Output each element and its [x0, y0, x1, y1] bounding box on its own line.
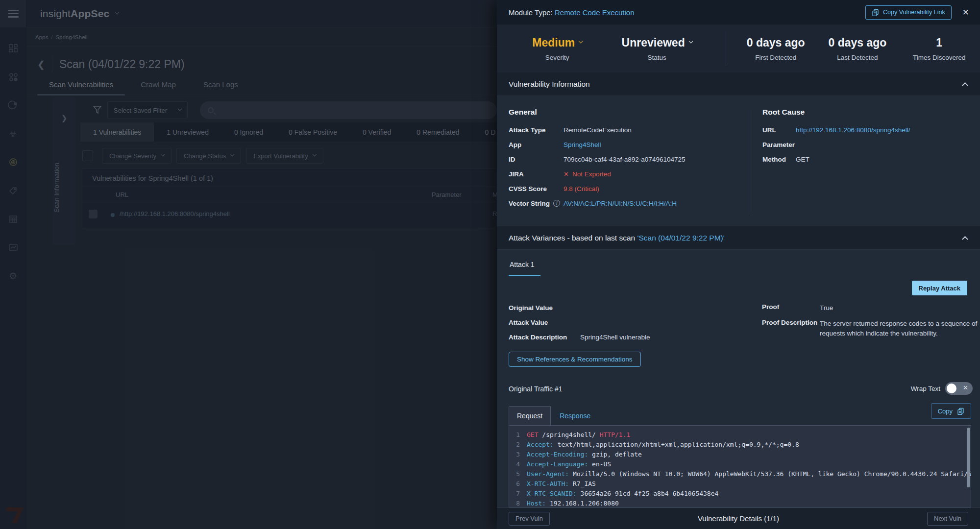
status-label: Status	[648, 54, 666, 61]
section-title: Vulnerability Information	[509, 80, 590, 89]
first-detected-label: First Detected	[755, 54, 796, 61]
line-number: 3	[509, 450, 527, 459]
attack-variances-header: Attack Variances - based on last scan 'S…	[497, 226, 980, 250]
panel-footer: Prev Vuln Vulnerability Details (1/1) Ne…	[497, 507, 980, 529]
replay-attack-button[interactable]: Replay Attack	[912, 281, 968, 295]
screen: ☣ ⚙	[0, 0, 980, 529]
field-method: MethodGET	[762, 152, 968, 167]
line-number: 5	[509, 469, 527, 479]
general-heading: General	[509, 104, 737, 120]
field-label: Parameter	[762, 141, 796, 148]
field-label: URL	[762, 126, 796, 134]
scan-link[interactable]: 'Scan (04/01/22 9:22 PM)'	[637, 234, 725, 242]
times-discovered-value: 1	[936, 36, 942, 49]
field-jira: JIRA✕Not Exported	[509, 167, 737, 181]
copy-icon	[957, 408, 964, 415]
code-line: 8Host: 192.168.1.206:8080	[509, 499, 971, 507]
field-label: Attack Description	[509, 334, 580, 341]
stats-bar: Medium Severity Unreviewed Status 0 days…	[497, 24, 980, 72]
code-line: 6X-RTC-AUTH: R7_IAS	[509, 479, 971, 489]
toggle-off-icon: ✕	[963, 384, 968, 391]
code-scrollbar[interactable]	[967, 428, 970, 487]
field-value: True	[820, 303, 980, 313]
field-value: The server returned response codes to a …	[820, 319, 980, 338]
code-line: 7X-RTC-SCANID: 36654a26-91cd-4f25-a8b4-6…	[509, 489, 971, 499]
collapse-icon[interactable]	[962, 236, 968, 242]
field-value: ✕Not Exported	[564, 170, 611, 178]
attack-variances-body: Attack 1 Replay Attack Original ValueAtt…	[497, 250, 980, 377]
line-number: 8	[509, 499, 527, 507]
field-label: CVSS Score	[509, 185, 564, 192]
field-label: Vector Stringi	[509, 200, 564, 207]
field-label: Proof	[762, 303, 820, 311]
field-label: Original Value	[509, 304, 580, 312]
collapse-icon[interactable]	[962, 82, 968, 89]
copy-button[interactable]: Copy	[931, 403, 971, 419]
module-type-link[interactable]: Remote Code Execution	[555, 8, 635, 17]
line-number: 4	[509, 459, 527, 469]
severity-label: Severity	[545, 54, 569, 61]
field-url: URLhttp://192.168.1.206:8080/spring4shel…	[762, 122, 968, 137]
x-icon: ✕	[564, 170, 569, 178]
http-request-code: 1GET /spring4shell/ HTTP/1.12Accept: tex…	[509, 425, 971, 507]
vulnerability-information-header: Vulnerability Information	[497, 72, 980, 96]
field-proof-description: Proof DescriptionThe server returned res…	[762, 316, 980, 341]
show-references-button[interactable]: Show References & Recommendations	[509, 352, 641, 367]
copy-vulnerability-link-button[interactable]: Copy Vulnerability Link	[865, 5, 952, 20]
field-original-value: Original Value	[509, 300, 737, 315]
chevron-down-icon	[688, 39, 692, 43]
original-traffic-section: Original Traffic #1 Wrap Text ✕ Request …	[497, 377, 980, 507]
close-icon[interactable]: ✕	[959, 6, 972, 19]
chevron-down-icon	[579, 39, 583, 43]
line-number: 1	[509, 430, 527, 440]
field-value[interactable]: AV:N/AC:L/PR:N/UI:N/S:U/C:H/I:H/A:H	[564, 200, 677, 207]
field-parameter: Parameter	[762, 137, 968, 152]
field-value: 709cc04b-caf4-43af-a892-a07496104725	[564, 156, 685, 163]
field-id: ID709cc04b-caf4-43af-a892-a07496104725	[509, 152, 737, 167]
module-type-label: Module Type:	[509, 8, 553, 17]
last-detected-value: 0 days ago	[828, 36, 886, 49]
wrap-text-toggle[interactable]: ✕	[945, 382, 973, 395]
field-attack-description: Attack DescriptionSpring4Shell vulnerabl…	[509, 330, 737, 344]
tab-request[interactable]: Request	[509, 406, 551, 425]
info-icon[interactable]: i	[553, 200, 560, 207]
field-attack-type: Attack TypeRemoteCodeExecution	[509, 122, 737, 137]
field-value[interactable]: http://192.168.1.206:8080/spring4shell/	[796, 126, 910, 134]
code-line: 4Accept-Language: en-US	[509, 459, 971, 469]
tab-response[interactable]: Response	[551, 412, 599, 420]
field-label: Method	[762, 156, 796, 163]
field-label: ID	[509, 156, 564, 163]
field-attack-value: Attack Value	[509, 315, 737, 330]
line-number: 6	[509, 479, 527, 489]
prev-vuln-button[interactable]: Prev Vuln	[509, 512, 550, 526]
first-detected-value: 0 days ago	[747, 36, 805, 49]
field-proof: ProofTrue	[762, 300, 980, 316]
stats-divider	[726, 31, 726, 66]
line-number: 2	[509, 440, 527, 450]
field-vector-string: Vector StringiAV:N/AC:L/PR:N/UI:N/S:U/C:…	[509, 196, 737, 211]
code-line: 1GET /spring4shell/ HTTP/1.1	[509, 430, 971, 440]
field-label: JIRA	[509, 170, 564, 178]
code-line: 2Accept: text/html,application/xhtml+xml…	[509, 440, 971, 450]
copy-icon	[872, 9, 879, 16]
next-vuln-button[interactable]: Next Vuln	[927, 512, 968, 526]
panel-header: Module Type: Remote Code Execution Copy …	[497, 0, 980, 24]
vulnerability-detail-panel: Module Type: Remote Code Execution Copy …	[497, 0, 980, 529]
traffic-title: Original Traffic #1	[509, 385, 562, 393]
field-label: Attack Type	[509, 126, 564, 134]
vulnerability-information-body: General Attack TypeRemoteCodeExecutionAp…	[497, 96, 980, 226]
toggle-knob	[947, 384, 956, 393]
status-dropdown[interactable]: Unreviewed	[622, 36, 692, 49]
field-value: RemoteCodeExecution	[564, 126, 632, 134]
times-discovered-label: Times Discovered	[913, 54, 966, 61]
field-value: 9.8 (Critical)	[564, 185, 599, 192]
footer-title: Vulnerability Details (1/1)	[550, 514, 927, 523]
module-type: Module Type: Remote Code Execution	[509, 8, 635, 17]
code-line: 5User-Agent: Mozilla/5.0 (Windows NT 10.…	[509, 469, 971, 479]
root-cause-heading: Root Cause	[762, 104, 968, 120]
tab-attack-1[interactable]: Attack 1	[509, 261, 540, 276]
field-label: App	[509, 141, 564, 148]
section-title: Attack Variances - based on last scan 'S…	[509, 234, 725, 242]
severity-dropdown[interactable]: Medium	[532, 36, 582, 49]
field-value[interactable]: Spring4Shell	[564, 141, 601, 148]
